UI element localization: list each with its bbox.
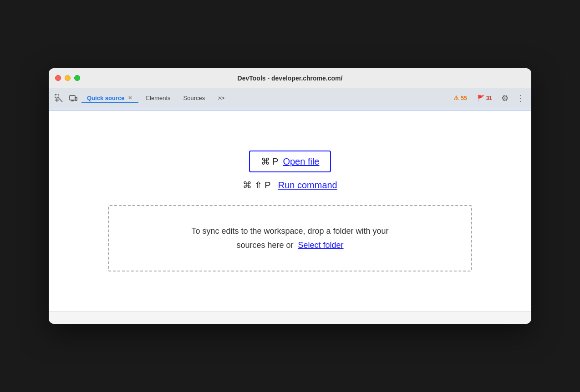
error-icon: 🚩 — [477, 95, 484, 101]
open-file-keys: ⌘ P — [261, 156, 279, 167]
close-button[interactable] — [55, 75, 61, 81]
toolbar-right: ⚠ 55 🚩 31 ⚙ ⋮ — [450, 92, 528, 105]
error-badge[interactable]: 🚩 31 — [473, 93, 496, 103]
tab-more[interactable]: >> — [212, 93, 230, 103]
open-file-link[interactable]: Open file — [283, 156, 319, 167]
settings-button[interactable]: ⚙ — [499, 92, 511, 105]
tab-sources-label: Sources — [183, 95, 205, 101]
main-content: ⌘ P Open file ⌘ ⇧ P Run command To sync … — [49, 111, 531, 311]
open-file-shortcut-box: ⌘ P Open file — [249, 151, 331, 172]
settings-icon: ⚙ — [501, 93, 509, 103]
title-bar: DevTools - developer.chrome.com/ — [49, 68, 531, 88]
devtools-window: DevTools - developer.chrome.com/ Quick s… — [49, 68, 531, 324]
open-file-row: ⌘ P Open file — [249, 151, 331, 172]
tab-more-icon: >> — [218, 95, 224, 101]
window-title: DevTools - developer.chrome.com/ — [238, 75, 343, 82]
svg-rect-4 — [70, 95, 75, 100]
inspect-icon[interactable] — [52, 92, 65, 105]
svg-rect-0 — [55, 95, 58, 98]
more-icon: ⋮ — [517, 94, 525, 103]
tab-quick-source[interactable]: Quick source ✕ — [81, 93, 138, 103]
tab-sources[interactable]: Sources — [178, 93, 211, 103]
run-command-link[interactable]: Run command — [278, 180, 337, 191]
toolbar: Quick source ✕ Elements Sources >> ⚠ 55 … — [49, 88, 531, 108]
warning-count: 55 — [461, 95, 467, 101]
status-bar — [49, 311, 531, 324]
responsive-icon[interactable] — [67, 92, 80, 105]
drop-zone-text-2: sources here or — [236, 241, 293, 250]
svg-line-3 — [59, 98, 62, 102]
more-menu-button[interactable]: ⋮ — [514, 92, 528, 104]
select-folder-link[interactable]: Select folder — [298, 241, 344, 250]
error-count: 31 — [486, 95, 492, 101]
warning-icon: ⚠ — [453, 95, 459, 101]
svg-rect-5 — [75, 97, 77, 101]
warning-badge[interactable]: ⚠ 55 — [450, 93, 470, 103]
run-command-keys: ⌘ ⇧ P — [243, 180, 270, 191]
traffic-lights — [55, 75, 80, 81]
workspace-drop-zone[interactable]: To sync edits to the workspace, drop a f… — [108, 205, 472, 271]
drop-zone-text-1: To sync edits to the workspace, drop a f… — [191, 226, 388, 236]
tab-elements[interactable]: Elements — [140, 93, 176, 103]
minimize-button[interactable] — [65, 75, 71, 81]
tab-quick-source-label: Quick source — [87, 95, 124, 101]
maximize-button[interactable] — [74, 75, 80, 81]
run-command-row: ⌘ ⇧ P Run command — [243, 180, 337, 191]
tab-elements-label: Elements — [146, 95, 170, 101]
tab-close-icon[interactable]: ✕ — [127, 95, 133, 101]
